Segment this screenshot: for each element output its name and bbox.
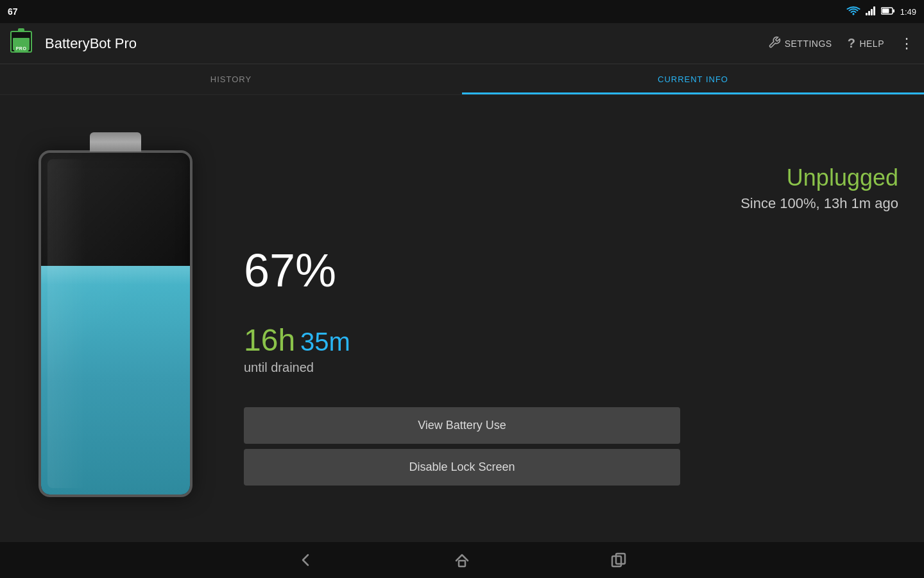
bottom-nav — [0, 542, 924, 578]
info-top: Unplugged Since 100%, 13h 1m ago — [244, 164, 898, 212]
status-bar-battery-icon — [881, 7, 895, 17]
wrench-icon — [768, 36, 781, 51]
battery-tip — [90, 132, 141, 152]
until-label: until drained — [244, 360, 898, 375]
help-icon: ? — [848, 36, 856, 51]
charge-status: Unplugged — [787, 164, 898, 191]
time-row: 16h 35m — [244, 322, 898, 358]
since-text: Since 100%, 13h 1m ago — [740, 195, 898, 212]
svg-rect-4 — [873, 6, 875, 15]
signal-icon — [866, 6, 876, 17]
help-label: HELP — [859, 39, 884, 49]
main-content: Unplugged Since 100%, 13h 1m ago 67% 16h… — [0, 95, 924, 542]
status-right: 1:49 — [846, 6, 916, 18]
disable-lock-screen-button[interactable]: Disable Lock Screen — [244, 449, 680, 486]
recents-button[interactable] — [604, 546, 633, 574]
tab-history[interactable]: HISTORY — [0, 64, 462, 94]
battery-body — [38, 150, 193, 497]
action-buttons: View Battery Use Disable Lock Screen — [244, 407, 898, 486]
status-bar: 67 — [0, 0, 924, 23]
app-title: BatteryBot Pro — [45, 35, 768, 52]
help-button[interactable]: ? HELP — [848, 36, 884, 51]
battery-fill — [41, 266, 190, 495]
app-icon: PRO — [10, 31, 36, 57]
svg-point-0 — [852, 13, 854, 15]
status-time: 1:49 — [900, 7, 916, 17]
home-button[interactable] — [448, 546, 476, 574]
svg-rect-2 — [868, 11, 870, 15]
battery-visual — [26, 132, 205, 505]
svg-rect-1 — [866, 13, 868, 15]
time-hours: 16h — [244, 322, 295, 358]
time-estimate: 16h 35m until drained — [244, 322, 898, 375]
toolbar-actions: SETTINGS ? HELP ⋮ — [768, 36, 914, 51]
info-panel: Unplugged Since 100%, 13h 1m ago 67% 16h… — [244, 152, 898, 486]
tab-current-info[interactable]: CURRENT INFO — [462, 64, 924, 94]
svg-rect-6 — [893, 9, 894, 12]
time-minutes: 35m — [300, 328, 350, 356]
wifi-icon — [846, 6, 860, 18]
settings-button[interactable]: SETTINGS — [768, 36, 832, 51]
status-battery-level: 67 — [8, 6, 18, 17]
settings-label: SETTINGS — [785, 39, 832, 49]
back-button[interactable] — [291, 546, 320, 574]
svg-rect-7 — [882, 8, 889, 13]
battery-percentage: 67% — [244, 244, 898, 297]
svg-rect-8 — [459, 561, 465, 566]
overflow-menu-button[interactable]: ⋮ — [900, 37, 914, 51]
app-bar: PRO BatteryBot Pro SETTINGS ? HELP ⋮ — [0, 23, 924, 64]
tabs: HISTORY CURRENT INFO — [0, 64, 924, 95]
svg-rect-3 — [871, 9, 873, 15]
view-battery-use-button[interactable]: View Battery Use — [244, 407, 680, 444]
